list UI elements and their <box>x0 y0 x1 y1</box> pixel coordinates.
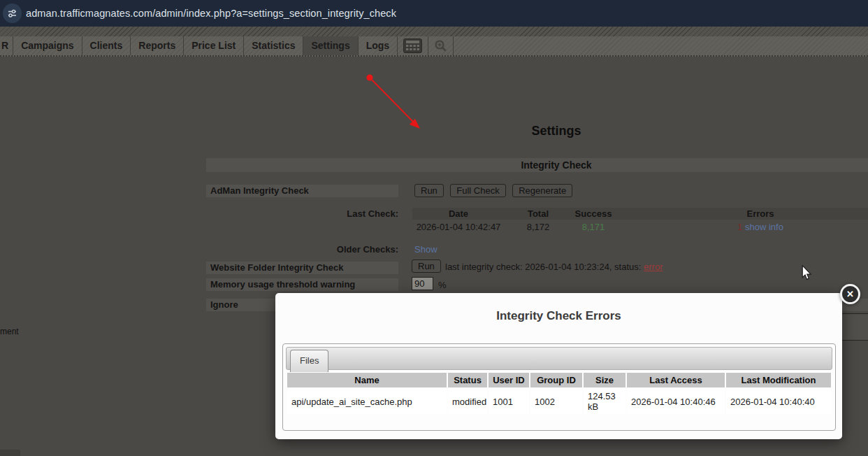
site-settings-pill[interactable] <box>3 3 22 23</box>
cell-name: api/update_ai_site_cache.php <box>287 389 447 414</box>
adman-label: AdMan Integrity Check <box>206 185 398 197</box>
tab-strip: Files <box>286 347 832 370</box>
hatched-divider <box>0 27 868 36</box>
clipped-left-box <box>0 450 20 456</box>
older-checks-label: Older Checks: <box>206 244 398 255</box>
show-info-link[interactable]: show info <box>745 222 783 232</box>
errors-table-header-row: Name Status User ID Group ID Size Last A… <box>287 373 831 387</box>
last-check-errors: 1 show info <box>737 222 783 232</box>
menu-tab-statistics[interactable]: Statistics <box>244 36 303 55</box>
website-folder-status: last integrity check: 2026-01-04 10:23:2… <box>445 262 663 272</box>
menu-tab-reports[interactable]: Reports <box>131 36 184 55</box>
col-header-date: Date <box>449 208 468 219</box>
last-check-success: 8,171 <box>582 222 605 232</box>
col-header-errors: Errors <box>746 208 774 219</box>
errors-count: 1 <box>737 222 742 232</box>
adman-label-band: AdMan Integrity Check <box>206 185 398 197</box>
show-older-checks-link[interactable]: Show <box>414 244 437 255</box>
th-group-id: Group ID <box>530 373 582 387</box>
dialog-tabs-container: Files Name Status User ID Group ID Size … <box>282 343 836 431</box>
last-check-header-band <box>412 208 868 220</box>
menu-tab-settings[interactable]: Settings <box>303 36 358 55</box>
tune-sliders-icon <box>7 8 17 18</box>
website-folder-label: Website Folder Integrity Check <box>206 262 398 274</box>
zoom-search-button[interactable] <box>428 36 454 55</box>
browser-url-bar: adman.trafficmagnates.com/admin/index.ph… <box>0 0 868 27</box>
cell-user-id: 1001 <box>489 389 529 414</box>
th-name: Name <box>287 373 447 387</box>
cell-group-id: 1002 <box>530 389 582 414</box>
errors-table: Name Status User ID Group ID Size Last A… <box>286 371 832 415</box>
col-header-total: Total <box>528 208 549 219</box>
status-text: last integrity check: 2026-01-04 10:23:2… <box>445 262 641 272</box>
menu-tab-clients[interactable]: Clients <box>82 36 131 55</box>
cell-status: modified <box>448 389 487 414</box>
dialog-close-button[interactable]: ✕ <box>840 284 860 304</box>
memory-threshold-input[interactable] <box>412 277 433 290</box>
menu-tab-logs[interactable]: Logs <box>359 36 398 55</box>
run-button[interactable]: Run <box>414 184 444 197</box>
cell-size: 124.53 kB <box>584 389 625 414</box>
adman-buttons: Run Full Check Regenerate <box>414 184 576 197</box>
memory-label-band: Memory usage threshold warning <box>206 278 398 291</box>
website-folder-label-band: Website Folder Integrity Check <box>206 262 398 274</box>
menu-tab-price-list[interactable]: Price List <box>184 36 244 55</box>
url-text[interactable]: adman.trafficmagnates.com/admin/index.ph… <box>26 0 396 27</box>
col-header-success: Success <box>575 208 612 219</box>
th-last-modification: Last Modification <box>726 373 831 387</box>
calculator-button[interactable] <box>398 36 428 55</box>
table-row: api/update_ai_site_cache.php modified 10… <box>287 389 831 414</box>
last-check-total: 8,172 <box>527 222 550 232</box>
website-folder-run-button[interactable]: Run <box>412 259 441 273</box>
error-status-link[interactable]: error <box>644 262 663 272</box>
last-check-label: Last Check: <box>206 208 398 219</box>
th-user-id: User ID <box>489 373 529 387</box>
th-last-access: Last Access <box>627 373 725 387</box>
admin-menu-bar: R Campaigns Clients Reports Price List S… <box>0 36 868 57</box>
last-check-date: 2026-01-04 10:42:47 <box>417 222 501 232</box>
integrity-check-section-title: Integrity Check <box>521 159 591 171</box>
tab-files[interactable]: Files <box>290 350 328 372</box>
full-check-button[interactable]: Full Check <box>450 184 505 197</box>
close-icon: ✕ <box>846 290 854 299</box>
calculator-icon <box>403 38 422 53</box>
page-title: Settings <box>531 124 581 138</box>
menu-tab-partial[interactable]: R <box>0 36 13 55</box>
regenerate-button[interactable]: Regenerate <box>512 184 572 197</box>
th-status: Status <box>448 373 487 387</box>
menu-tab-campaigns[interactable]: Campaigns <box>13 36 82 55</box>
dialog-title: Integrity Check Errors <box>275 309 842 323</box>
th-size: Size <box>584 373 625 387</box>
memory-label: Memory usage threshold warning <box>206 278 398 291</box>
integrity-check-errors-dialog: Integrity Check Errors Files Name Status… <box>275 293 842 439</box>
clipped-left-text: ment <box>0 327 19 336</box>
zoom-search-icon <box>434 39 447 52</box>
memory-unit: % <box>438 280 447 290</box>
cell-last-modification: 2026-01-04 10:40:40 <box>726 389 831 414</box>
cell-last-access: 2026-01-04 10:40:46 <box>627 389 725 414</box>
